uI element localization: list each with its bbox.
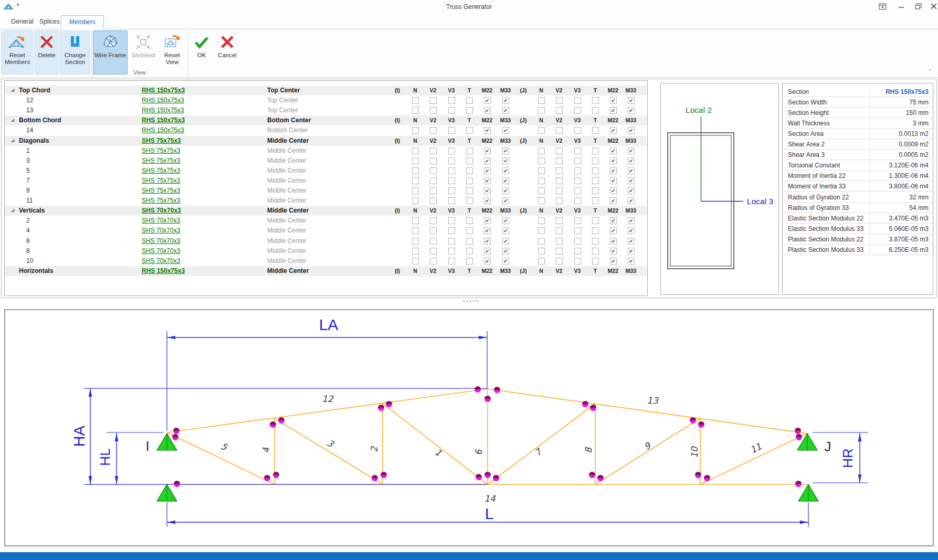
release-checkbox[interactable] [556,217,563,224]
release-checkbox[interactable] [538,258,545,265]
property-row[interactable]: Elastic Section Modulus 335.060E-05 m3 [783,224,933,234]
release-checkbox-checked[interactable]: ✔ [484,107,491,114]
release-checkbox[interactable] [574,258,581,265]
member-row[interactable]: 5SHS 75x75x3Middle Center✔✔✔✔ [5,166,647,176]
release-checkbox[interactable] [574,167,581,174]
release-checkbox[interactable] [412,147,419,154]
release-checkbox-checked[interactable]: ✔ [502,177,509,184]
release-checkbox[interactable] [448,147,455,154]
release-checkbox[interactable] [412,248,419,255]
release-checkbox[interactable] [412,167,419,174]
release-checkbox[interactable] [430,227,437,234]
release-checkbox[interactable] [556,97,563,104]
release-checkbox[interactable] [538,217,545,224]
cancel-button[interactable]: Cancel [214,30,240,75]
property-row[interactable]: Elastic Section Modulus 223.470E-05 m3 [783,213,933,224]
member-row[interactable]: 2SHS 70x70x3Middle Center✔✔✔✔ [5,216,647,226]
release-checkbox[interactable] [412,107,419,114]
release-checkbox[interactable] [466,127,473,134]
release-checkbox[interactable] [574,248,581,255]
group-row[interactable]: ◢Top ChordRHS 150x75x3Top Center(I)NV2V3… [5,86,647,96]
release-checkbox[interactable] [448,107,455,114]
release-checkbox[interactable] [538,177,545,184]
member-row[interactable]: 11SHS 75x75x3Middle Center✔✔✔✔ [5,196,647,206]
property-row[interactable]: Section Height150 mm [783,108,933,118]
release-checkbox-checked[interactable]: ✔ [628,127,635,134]
release-checkbox[interactable] [592,187,599,194]
release-checkbox[interactable] [430,157,437,164]
release-checkbox[interactable] [412,157,419,164]
release-checkbox[interactable] [412,227,419,234]
release-checkbox[interactable] [466,187,473,194]
member-row[interactable]: 10SHS 70x70x3Middle Center✔✔✔✔ [5,256,647,266]
release-checkbox-checked[interactable]: ✔ [628,157,635,164]
property-row[interactable]: Radius of Gyration 2232 mm [783,192,933,203]
release-checkbox[interactable] [466,177,473,184]
release-checkbox[interactable] [538,157,545,164]
release-checkbox[interactable] [538,127,545,134]
release-checkbox[interactable] [448,127,455,134]
property-row[interactable]: Shear Area 20.0009 m2 [783,139,933,150]
ok-button[interactable]: OK [190,30,213,75]
member-row[interactable]: 1SHS 75x75x3Middle Center✔✔✔✔ [5,146,647,156]
release-checkbox[interactable] [448,238,455,245]
release-checkbox-checked[interactable]: ✔ [628,107,635,114]
close-button[interactable] [927,2,938,12]
shrinked-button[interactable]: Shrinked [129,30,157,75]
release-checkbox[interactable] [538,187,545,194]
release-checkbox[interactable] [466,248,473,255]
property-row[interactable]: Shear Area 30.0005 m2 [783,150,933,160]
release-checkbox[interactable] [448,248,455,255]
member-row[interactable]: 3SHS 75x75x3Middle Center✔✔✔✔ [5,156,647,166]
release-checkbox[interactable] [430,238,437,245]
property-row[interactable]: Wall Thickness3 mm [783,118,933,129]
release-checkbox-checked[interactable]: ✔ [628,227,635,234]
release-checkbox[interactable] [412,127,419,134]
group-row[interactable]: ◢DiagonalsSHS 75x75x3Middle Center(I)NV2… [5,136,647,146]
release-checkbox[interactable] [592,157,599,164]
section-link[interactable]: RHS 150x75x3 [142,126,184,134]
truss-diagram[interactable]: LAHAHLHRL1213145432167891011IJ [0,304,938,560]
release-checkbox-checked[interactable]: ✔ [484,258,491,265]
reset-view-button[interactable]: Reset View [159,30,186,75]
release-checkbox[interactable] [574,177,581,184]
release-checkbox[interactable] [412,97,419,104]
release-checkbox[interactable] [466,217,473,224]
section-link[interactable]: SHS 70x70x3 [142,217,180,224]
release-checkbox[interactable] [430,248,437,255]
release-checkbox[interactable] [448,227,455,234]
property-row[interactable]: Plastic Section Modulus 223.870E-05 m3 [783,234,933,245]
release-checkbox[interactable] [430,197,437,204]
release-checkbox-checked[interactable]: ✔ [628,197,635,204]
splitter-handle[interactable]: ••••• [456,299,487,304]
property-row[interactable]: Torsional Constant3.120E-06 m4 [783,160,933,171]
release-checkbox[interactable] [538,167,545,174]
member-row[interactable]: 12RHS 150x75x3Top Center✔✔✔✔ [5,96,647,105]
change-section-button[interactable]: Change Section [60,30,90,75]
release-checkbox[interactable] [592,177,599,184]
section-link[interactable]: SHS 70x70x3 [142,227,180,234]
property-row[interactable]: Moment of Inertia 333.800E-06 m4 [783,181,933,192]
release-checkbox[interactable] [466,97,473,104]
release-checkbox[interactable] [592,167,599,174]
release-checkbox[interactable] [556,248,563,255]
release-checkbox-checked[interactable]: ✔ [610,248,617,255]
release-checkbox[interactable] [448,197,455,204]
release-checkbox[interactable] [538,147,545,154]
section-link[interactable]: SHS 75x75x3 [142,177,180,184]
release-checkbox[interactable] [430,97,437,104]
release-checkbox[interactable] [448,187,455,194]
release-checkbox-checked[interactable]: ✔ [484,157,491,164]
release-checkbox[interactable] [466,147,473,154]
release-checkbox-checked[interactable]: ✔ [484,127,491,134]
release-checkbox-checked[interactable]: ✔ [502,147,509,154]
release-checkbox[interactable] [430,217,437,224]
release-checkbox[interactable] [412,217,419,224]
release-checkbox[interactable] [574,197,581,204]
release-checkbox-checked[interactable]: ✔ [610,107,617,114]
member-row[interactable]: 14RHS 150x75x3Bottom Center✔✔✔✔ [5,125,647,135]
release-checkbox-checked[interactable]: ✔ [610,238,617,245]
release-checkbox-checked[interactable]: ✔ [484,147,491,154]
section-link[interactable]: SHS 70x70x3 [142,247,180,255]
group-row[interactable]: ◢Bottom ChordRHS 150x75x3Bottom Center(I… [5,115,647,125]
